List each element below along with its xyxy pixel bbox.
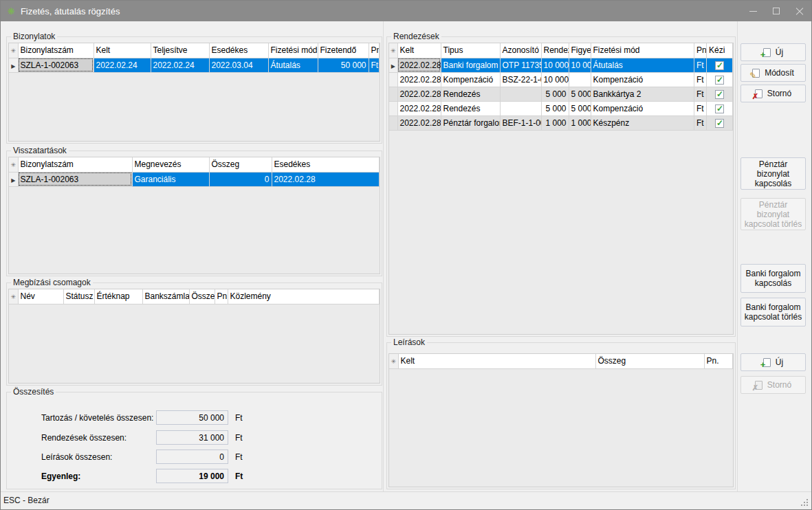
cell-rendezett[interactable]: 10 000	[541, 58, 569, 72]
rendezesek-input[interactable]	[156, 430, 228, 445]
leirasok-storno-button[interactable]: Stornó	[740, 376, 806, 394]
col-statusz[interactable]: Státusz	[63, 289, 94, 304]
cell-pn[interactable]: Ft	[694, 58, 707, 72]
col-megnevezes[interactable]: Megnevezés	[132, 157, 209, 172]
kezi-checkbox[interactable]	[715, 104, 724, 113]
cell-bizonylatszam[interactable]: SZLA-1-002063	[18, 58, 94, 72]
modosit-button[interactable]: Módosít	[740, 64, 806, 82]
cell-azonosito[interactable]	[500, 87, 541, 101]
cell-rendezett[interactable]: 1 000	[541, 115, 569, 130]
cell-tipus[interactable]: Pénztár forgalom	[441, 115, 500, 130]
cell-fizetendo[interactable]: 50 000	[318, 58, 369, 72]
cell-figyelembe[interactable]: 5 000	[569, 101, 591, 115]
cell-fizetesi-mod[interactable]: Bankkártya 2	[591, 87, 694, 101]
cell-kelt[interactable]: 2022.02.28	[397, 87, 441, 101]
cell-kezi[interactable]	[707, 58, 733, 72]
col-tipus[interactable]: Tipus	[441, 43, 500, 58]
col-osszeg[interactable]: Összeg	[189, 289, 215, 304]
cell-megnevezes[interactable]: Garanciális	[132, 172, 209, 186]
cell-kelt[interactable]: 2022.02.28	[397, 58, 441, 72]
penztar-bizonylat-kapcsolat-torles-button[interactable]: Pénztár bizonylat kapcsolat törlés	[740, 198, 806, 230]
col-kezi[interactable]: Kézi	[707, 43, 733, 58]
cell-rendezett[interactable]: 10 000	[541, 72, 569, 87]
cell-pn[interactable]: Ft	[369, 58, 380, 72]
cell-figyelembe[interactable]: 1 000	[569, 115, 591, 130]
banki-forgalom-kapcsolas-button[interactable]: Banki forgalom kapcsolás	[740, 264, 806, 293]
close-icon[interactable]	[788, 1, 811, 21]
cell-kelt[interactable]: 2022.02.24	[94, 58, 151, 72]
col-pn[interactable]: Pn	[369, 43, 380, 58]
col-bankszamla[interactable]: Bankszámla	[142, 289, 189, 304]
cell-kezi[interactable]	[707, 101, 733, 115]
col-figyelembe[interactable]: Figyel	[569, 43, 591, 58]
cell-tipus[interactable]: Kompenzáció	[441, 72, 500, 87]
cell-rendezett[interactable]: 5 000	[541, 87, 569, 101]
kezi-checkbox[interactable]	[715, 61, 724, 70]
col-pn[interactable]: Pn	[215, 289, 228, 304]
kezi-checkbox[interactable]	[715, 119, 724, 128]
uj-button[interactable]: Új	[740, 43, 806, 61]
cell-kelt[interactable]: 2022.02.28	[397, 101, 441, 115]
cell-figyelembe[interactable]: 10 000	[569, 58, 591, 72]
cell-fizetesi-mod[interactable]: Kompenzáció	[591, 101, 694, 115]
cell-rendezett[interactable]: 5 000	[541, 101, 569, 115]
col-kelt[interactable]: Kelt	[398, 354, 595, 368]
col-azonosito[interactable]: Azonosító	[500, 43, 541, 58]
col-kelt[interactable]: Kelt	[397, 43, 441, 58]
minimize-icon[interactable]	[741, 1, 765, 21]
col-bizonylatszam[interactable]: Bizonylatszám	[18, 157, 132, 172]
penztar-bizonylat-kapcsolas-button[interactable]: Pénztár bizonylat kapcsolás	[740, 157, 806, 190]
cell-bizonylatszam[interactable]: SZLA-1-002063	[18, 172, 132, 186]
cell-kelt[interactable]: 2022.02.28	[397, 72, 441, 87]
cell-azonosito[interactable]: BEF-1-1-00	[500, 115, 541, 130]
cell-azonosito[interactable]	[500, 101, 541, 115]
tartozas-input[interactable]	[156, 410, 228, 425]
cell-fizetesi-mod[interactable]: Készpénz	[591, 115, 694, 130]
cell-fizetesi-mod[interactable]: Kompenzáció	[591, 72, 694, 87]
cell-pn[interactable]: Ft	[694, 101, 707, 115]
resize-grip-icon[interactable]	[801, 499, 809, 507]
col-pn[interactable]: Pn.	[704, 354, 733, 368]
cell-tipus[interactable]: Rendezés	[441, 101, 500, 115]
cell-pn[interactable]: Ft	[694, 72, 707, 87]
cell-figyelembe[interactable]	[569, 72, 591, 87]
cell-kezi[interactable]	[707, 87, 733, 101]
col-fizetesi-mod[interactable]: Fizetési mód	[268, 43, 318, 58]
col-fizetesi-mod[interactable]: Fizetési mód	[591, 43, 694, 58]
col-kozlemeny[interactable]: Közlemény	[228, 289, 380, 304]
cell-fizetesi-mod[interactable]: Átutalás	[268, 58, 318, 72]
col-osszeg[interactable]: Összeg	[595, 354, 704, 368]
col-rendezett[interactable]: Rendez	[541, 43, 569, 58]
kezi-checkbox[interactable]	[715, 76, 724, 85]
cell-figyelembe[interactable]: 5 000	[569, 87, 591, 101]
cell-kelt[interactable]: 2022.02.28	[397, 115, 441, 130]
cell-azonosito[interactable]: BSZ-22-1-00	[500, 72, 541, 87]
col-bizonylatszam[interactable]: Bizonylatszám	[18, 43, 94, 58]
col-esedekes[interactable]: Esedékes	[209, 43, 268, 58]
col-erteknap[interactable]: Értéknap	[94, 289, 142, 304]
cell-osszeg[interactable]: 0	[209, 172, 272, 186]
storno-button[interactable]: Stornó	[740, 85, 806, 102]
cell-kezi[interactable]	[707, 72, 733, 87]
cell-pn[interactable]: Ft	[694, 115, 707, 130]
egyenleg-input[interactable]	[156, 469, 228, 483]
cell-azonosito[interactable]: OTP 117350	[500, 58, 541, 72]
col-teljesitve[interactable]: Teljesítve	[151, 43, 209, 58]
cell-fizetesi-mod[interactable]: Átutalás	[591, 58, 694, 72]
col-fizetendo[interactable]: Fizetendő	[318, 43, 369, 58]
cell-tipus[interactable]: Rendezés	[441, 87, 500, 101]
cell-tipus[interactable]: Banki forgalom	[441, 58, 500, 72]
leirasok-input[interactable]	[156, 450, 228, 464]
kezi-checkbox[interactable]	[715, 90, 724, 99]
maximize-icon[interactable]	[765, 1, 788, 21]
col-esedekes[interactable]: Esedékes	[272, 157, 380, 172]
col-kelt[interactable]: Kelt	[94, 43, 151, 58]
banki-forgalom-kapcsolat-torles-button[interactable]: Banki forgalom kapcsolat törlés	[740, 298, 806, 326]
col-nev[interactable]: Név	[18, 289, 63, 304]
leirasok-uj-button[interactable]: Új	[740, 353, 806, 371]
cell-pn[interactable]: Ft	[694, 87, 707, 101]
cell-kezi[interactable]	[707, 115, 733, 130]
cell-esedekes[interactable]: 2022.03.04	[209, 58, 268, 72]
col-osszeg[interactable]: Összeg	[209, 157, 272, 172]
col-pn[interactable]: Pn	[694, 43, 707, 58]
